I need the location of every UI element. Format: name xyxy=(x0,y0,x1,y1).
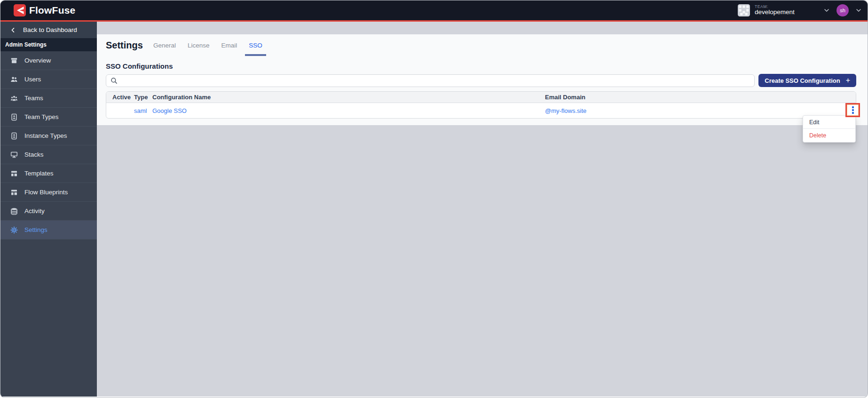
search-box xyxy=(106,74,755,87)
teams-icon xyxy=(10,95,18,102)
kebab-icon xyxy=(852,106,854,108)
team-selector[interactable]: TEAM: developement xyxy=(738,4,830,16)
cell-type-link[interactable]: saml xyxy=(134,107,152,114)
sidebar-item-label: Settings xyxy=(24,226,47,233)
create-sso-button-label: Create SSO Configuration xyxy=(765,77,840,84)
kebab-icon xyxy=(852,112,854,114)
column-header-active: Active xyxy=(112,94,134,101)
tab-license[interactable]: License xyxy=(184,34,213,56)
row-context-menu: Edit Delete xyxy=(803,115,856,143)
template-icon xyxy=(10,170,18,177)
sidebar-item-instance-types[interactable]: Instance Types xyxy=(0,127,97,145)
sidebar-item-label: Overview xyxy=(24,57,51,64)
admin-settings-section-label: Admin Settings xyxy=(0,38,97,51)
plus-icon: + xyxy=(846,77,850,84)
row-kebab-menu-button[interactable] xyxy=(845,103,860,117)
team-chevron-down-icon[interactable] xyxy=(823,7,830,14)
team-avatar xyxy=(738,4,750,16)
tab-sso[interactable]: SSO xyxy=(245,34,266,56)
sidebar-item-team-types[interactable]: Team Types xyxy=(0,108,97,127)
sidebar-item-label: Team Types xyxy=(24,113,59,120)
search-input[interactable] xyxy=(121,77,750,84)
table-row[interactable]: saml Google SSO @my-flows.site xyxy=(106,103,856,118)
section-title: SSO Configurations xyxy=(106,62,856,70)
tab-general[interactable]: General xyxy=(150,34,180,56)
desktop-icon xyxy=(10,151,18,159)
sidebar-item-activity[interactable]: Activity xyxy=(0,202,97,221)
tab-email[interactable]: Email xyxy=(217,34,241,56)
column-header-email-domain: Email Domain xyxy=(545,94,856,101)
table-header-row: Active Type Configuration Name Email Dom… xyxy=(106,92,856,103)
brand[interactable]: FlowFuse xyxy=(14,4,75,16)
team-name: developement xyxy=(755,9,823,16)
sidebar-item-teams[interactable]: Teams xyxy=(0,89,97,108)
sidebar-item-stacks[interactable]: Stacks xyxy=(0,145,97,164)
users-icon xyxy=(10,76,18,83)
team-texts: TEAM: developement xyxy=(755,5,823,16)
back-to-dashboard-button[interactable]: Back to Dashboard xyxy=(0,22,97,38)
chevron-left-icon xyxy=(10,27,16,33)
sidebar-item-label: Flow Blueprints xyxy=(24,189,68,196)
top-navbar: FlowFuse TEAM: developement xyxy=(0,0,868,20)
sidebar-item-settings[interactable]: Settings xyxy=(0,221,97,239)
column-header-configuration-name: Configuration Name xyxy=(152,94,545,101)
search-icon xyxy=(110,77,118,84)
page-title: Settings xyxy=(106,40,143,51)
badge-icon xyxy=(10,132,18,140)
sidebar-item-label: Stacks xyxy=(24,151,44,158)
back-to-dashboard-label: Back to Dashboard xyxy=(23,26,77,33)
kebab-icon xyxy=(852,109,854,111)
gear-icon xyxy=(10,226,18,234)
top-right-controls: TEAM: developement sh xyxy=(738,4,862,16)
main-content: Settings General License Email SSO SSO C… xyxy=(97,22,868,397)
database-icon xyxy=(10,207,18,215)
brand-name: FlowFuse xyxy=(29,5,75,16)
settings-tabs: General License Email SSO xyxy=(150,34,266,56)
badge-icon xyxy=(10,113,18,121)
column-header-type: Type xyxy=(134,94,152,101)
sidebar-item-label: Users xyxy=(24,76,41,83)
flowfuse-logo-icon xyxy=(14,4,26,16)
user-avatar[interactable]: sh xyxy=(836,4,849,16)
overview-icon xyxy=(10,57,18,64)
app-window: FlowFuse TEAM: developement xyxy=(0,0,868,398)
template-icon xyxy=(10,189,18,196)
menu-item-edit[interactable]: Edit xyxy=(803,116,855,129)
cell-configuration-name-link[interactable]: Google SSO xyxy=(152,107,545,114)
sso-configurations-table: Active Type Configuration Name Email Dom… xyxy=(106,91,856,119)
sidebar-item-overview[interactable]: Overview xyxy=(0,51,97,70)
sidebar-item-label: Templates xyxy=(24,170,54,177)
sidebar-item-label: Instance Types xyxy=(24,132,67,139)
sidebar: Back to Dashboard Admin Settings Overvie… xyxy=(0,22,97,397)
sidebar-item-flow-blueprints[interactable]: Flow Blueprints xyxy=(0,183,97,202)
cell-email-domain-link[interactable]: @my-flows.site xyxy=(545,107,856,114)
create-sso-configuration-button[interactable]: Create SSO Configuration + xyxy=(758,74,856,87)
user-menu-chevron-down-icon[interactable] xyxy=(855,7,862,14)
settings-panel: Settings General License Email SSO SSO C… xyxy=(97,34,868,125)
menu-item-delete[interactable]: Delete xyxy=(803,129,855,142)
sidebar-item-label: Teams xyxy=(24,95,43,102)
sidebar-item-label: Activity xyxy=(24,207,45,215)
sidebar-item-users[interactable]: Users xyxy=(0,70,97,89)
sidebar-item-templates[interactable]: Templates xyxy=(0,164,97,183)
